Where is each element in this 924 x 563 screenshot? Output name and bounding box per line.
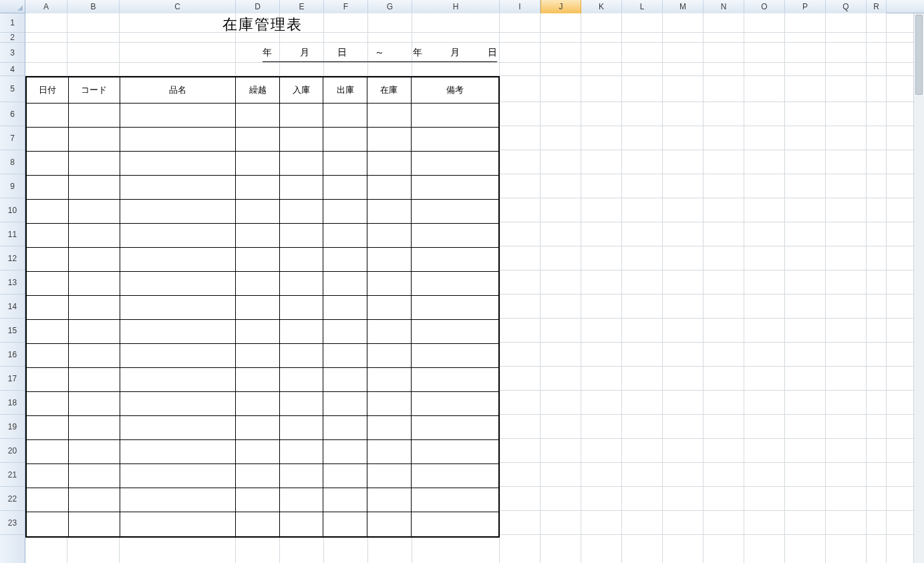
inventory-cell[interactable] — [69, 176, 121, 199]
inventory-cell[interactable] — [367, 320, 412, 343]
inventory-cell[interactable] — [236, 392, 280, 415]
inventory-cell[interactable] — [412, 320, 498, 343]
inventory-cell[interactable] — [120, 488, 236, 512]
inventory-cell[interactable] — [27, 296, 69, 319]
inventory-cell[interactable] — [412, 440, 498, 463]
inventory-cell[interactable] — [69, 488, 121, 512]
inventory-cell[interactable] — [236, 320, 280, 343]
inventory-cell[interactable] — [412, 344, 498, 367]
inventory-cell[interactable] — [236, 272, 280, 295]
inventory-cell[interactable] — [280, 128, 324, 151]
row-header-4[interactable]: 4 — [0, 63, 25, 76]
row-header-2[interactable]: 2 — [0, 33, 25, 43]
inventory-cell[interactable] — [323, 200, 367, 223]
column-header-R[interactable]: R — [867, 0, 887, 13]
inventory-cell[interactable] — [69, 272, 121, 295]
vertical-scrollbar[interactable] — [913, 13, 924, 563]
inventory-cell[interactable] — [69, 128, 121, 151]
inventory-cell[interactable] — [236, 176, 280, 199]
inventory-cell[interactable] — [367, 392, 412, 415]
column-header-F[interactable]: F — [324, 0, 368, 13]
column-header-K[interactable]: K — [581, 0, 622, 13]
inventory-cell[interactable] — [367, 176, 412, 199]
inventory-cell[interactable] — [236, 296, 280, 319]
inventory-cell[interactable] — [27, 200, 69, 223]
inventory-cell[interactable] — [367, 224, 412, 247]
inventory-cell[interactable] — [120, 320, 236, 343]
inventory-cell[interactable] — [27, 368, 69, 391]
inventory-cell[interactable] — [280, 152, 324, 175]
inventory-cell[interactable] — [367, 152, 412, 175]
inventory-cell[interactable] — [120, 344, 236, 367]
column-header-J[interactable]: J — [541, 0, 581, 13]
inventory-cell[interactable] — [120, 128, 236, 151]
inventory-cell[interactable] — [367, 416, 412, 439]
inventory-cell[interactable] — [412, 200, 498, 223]
inventory-cell[interactable] — [323, 152, 367, 175]
row-header-18[interactable]: 18 — [0, 391, 25, 415]
inventory-cell[interactable] — [27, 464, 69, 488]
column-header-B[interactable]: B — [67, 0, 120, 13]
column-header-M[interactable]: M — [663, 0, 704, 13]
inventory-cell[interactable] — [280, 104, 324, 127]
inventory-cell[interactable] — [367, 296, 412, 319]
inventory-cell[interactable] — [323, 512, 367, 536]
inventory-cell[interactable] — [280, 512, 324, 536]
inventory-cell[interactable] — [120, 224, 236, 247]
inventory-cell[interactable] — [280, 272, 324, 295]
inventory-cell[interactable] — [27, 344, 69, 367]
row-header-11[interactable]: 11 — [0, 222, 25, 246]
inventory-cell[interactable] — [236, 368, 280, 391]
inventory-cell[interactable] — [69, 464, 121, 488]
row-header-8[interactable]: 8 — [0, 150, 25, 174]
inventory-cell[interactable] — [27, 176, 69, 199]
inventory-cell[interactable] — [236, 512, 280, 536]
inventory-cell[interactable] — [69, 392, 121, 415]
inventory-cell[interactable] — [120, 368, 236, 391]
inventory-cell[interactable] — [323, 392, 367, 415]
column-header-D[interactable]: D — [236, 0, 280, 13]
inventory-cell[interactable] — [412, 104, 498, 127]
inventory-cell[interactable] — [280, 368, 324, 391]
inventory-cell[interactable] — [120, 296, 236, 319]
inventory-cell[interactable] — [236, 344, 280, 367]
inventory-cell[interactable] — [120, 512, 236, 536]
row-header-22[interactable]: 22 — [0, 487, 25, 511]
select-all-corner[interactable] — [0, 0, 25, 13]
inventory-cell[interactable] — [27, 440, 69, 463]
inventory-cell[interactable] — [412, 272, 498, 295]
inventory-cell[interactable] — [280, 248, 324, 271]
inventory-cell[interactable] — [236, 104, 280, 127]
inventory-cell[interactable] — [367, 512, 412, 536]
inventory-cell[interactable] — [280, 200, 324, 223]
inventory-cell[interactable] — [323, 488, 367, 512]
column-header-I[interactable]: I — [500, 0, 541, 13]
inventory-cell[interactable] — [323, 272, 367, 295]
inventory-cell[interactable] — [412, 176, 498, 199]
inventory-cell[interactable] — [27, 128, 69, 151]
inventory-cell[interactable] — [236, 464, 280, 488]
column-header-Q[interactable]: Q — [826, 0, 867, 13]
row-header-23[interactable]: 23 — [0, 511, 25, 535]
column-header-P[interactable]: P — [785, 0, 826, 13]
inventory-cell[interactable] — [27, 152, 69, 175]
inventory-cell[interactable] — [120, 464, 236, 488]
inventory-cell[interactable] — [412, 296, 498, 319]
inventory-cell[interactable] — [412, 152, 498, 175]
inventory-cell[interactable] — [367, 344, 412, 367]
inventory-cell[interactable] — [27, 488, 69, 512]
inventory-cell[interactable] — [69, 512, 121, 536]
inventory-cell[interactable] — [412, 464, 498, 488]
row-header-19[interactable]: 19 — [0, 415, 25, 439]
inventory-cell[interactable] — [27, 392, 69, 415]
inventory-cell[interactable] — [69, 368, 121, 391]
inventory-cell[interactable] — [367, 200, 412, 223]
inventory-cell[interactable] — [323, 296, 367, 319]
inventory-cell[interactable] — [323, 416, 367, 439]
inventory-cell[interactable] — [27, 104, 69, 127]
inventory-cell[interactable] — [280, 224, 324, 247]
worksheet-grid[interactable]: 在庫管理表 年 月 日 ～ 年 月 日 日付コード品名繰越入庫出庫在庫備考 — [25, 13, 924, 563]
inventory-cell[interactable] — [280, 416, 324, 439]
row-header-14[interactable]: 14 — [0, 295, 25, 319]
inventory-cell[interactable] — [323, 248, 367, 271]
